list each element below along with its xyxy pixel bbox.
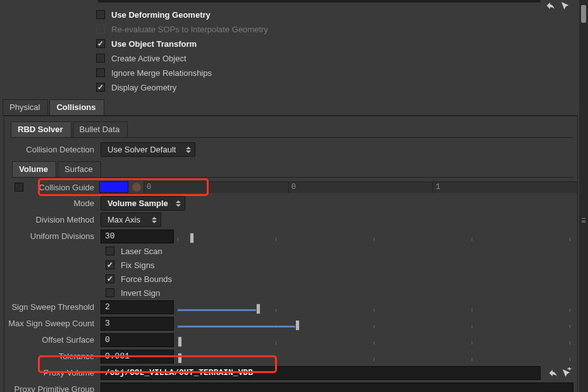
offset-surface-slider[interactable]	[178, 333, 570, 347]
sop-path-input[interactable]	[98, 0, 541, 3]
slider-thumb[interactable]	[178, 336, 182, 347]
checkbox-icon[interactable]	[106, 274, 114, 283]
checkbox-icon[interactable]	[96, 83, 105, 92]
checkbox-icon[interactable]	[96, 39, 105, 48]
check-label: Use Object Transform	[111, 39, 197, 49]
division-method-label: Division Method	[4, 215, 101, 224]
checkbox-icon[interactable]	[96, 54, 105, 63]
tabs-main: Physical Collisions	[3, 99, 578, 116]
uniform-divisions-input[interactable]	[101, 230, 174, 243]
check-invert-sign[interactable]: Invert Sign	[106, 287, 577, 298]
slider-thumb[interactable]	[295, 320, 300, 331]
select-value: Max Axis	[107, 215, 140, 224]
tab-volume[interactable]: Volume	[12, 161, 56, 177]
check-label: Use Deforming Geometry	[111, 10, 211, 20]
mode-label: Mode	[4, 199, 101, 208]
check-use-object-transform[interactable]: Use Object Transform	[96, 38, 588, 49]
checkbox-icon[interactable]	[96, 10, 105, 19]
geometry-options: Use Deforming Geometry Re-evaluate SOPs …	[96, 9, 588, 93]
proxy-prim-group-label: Proxy Primitive Group	[4, 384, 101, 392]
select-value: Use Solver Default	[107, 145, 176, 154]
proxy-volume-input[interactable]	[101, 366, 541, 380]
collision-guide-row: Collision Guide 0 0 1	[4, 180, 577, 194]
jump-back-icon[interactable]	[547, 367, 558, 379]
max-sign-sweep-count-label: Max Sign Sweep Count	[4, 319, 101, 328]
collision-guide-label: Collision Guide	[23, 183, 98, 192]
vertical-scrollbar[interactable]	[579, 0, 588, 392]
checkbox-icon[interactable]	[96, 68, 105, 77]
channel-g[interactable]: 0	[288, 182, 433, 193]
check-label: Invert Sign	[121, 288, 160, 298]
collision-detection-label: Collision Detection	[4, 145, 101, 154]
check-laser-scan[interactable]: Laser Scan	[106, 245, 577, 257]
check-label: Laser Scan	[121, 247, 162, 256]
check-use-deforming-geometry[interactable]: Use Deforming Geometry	[96, 9, 588, 20]
checkbox-icon[interactable]	[106, 260, 114, 269]
check-label: Create Active Object	[111, 54, 187, 63]
color-picker-icon[interactable]	[132, 183, 141, 192]
operator-chooser-icon[interactable]	[561, 367, 572, 379]
uniform-divisions-slider[interactable]	[178, 230, 570, 243]
sign-sweep-threshold-slider[interactable]	[178, 300, 570, 314]
check-label: Ignore Merge Relationships	[111, 68, 212, 78]
sign-sweep-threshold-label: Sign Sweep Threshold	[4, 302, 101, 312]
tab-bullet-data[interactable]: Bullet Data	[73, 121, 128, 137]
collision-guide-color[interactable]	[99, 181, 128, 193]
slider-thumb[interactable]	[178, 353, 182, 364]
checkbox-icon	[96, 25, 105, 34]
svg-rect-1	[569, 367, 570, 371]
check-display-geometry[interactable]: Display Geometry	[96, 82, 588, 93]
division-method-select[interactable]: Max Axis	[101, 212, 161, 227]
tab-collisions[interactable]: Collisions	[49, 99, 104, 115]
tabs-volume-surface: Volume Surface	[12, 161, 573, 178]
uniform-divisions-label: Uniform Divisions	[4, 231, 101, 241]
check-fix-signs[interactable]: Fix Signs	[106, 259, 577, 271]
check-create-active-object[interactable]: Create Active Object	[96, 52, 588, 64]
max-sign-sweep-count-slider[interactable]	[178, 317, 570, 331]
slider-thumb[interactable]	[256, 303, 260, 314]
check-label: Force Bounds	[121, 274, 172, 284]
tab-surface[interactable]: Surface	[58, 161, 101, 177]
collision-detection-select[interactable]: Use Solver Default	[101, 142, 195, 157]
check-label: Fix Signs	[121, 260, 154, 270]
offset-surface-label: Offset Surface	[4, 335, 101, 345]
checkbox-icon[interactable]	[106, 288, 114, 297]
dropdown-spinner-icon	[185, 145, 192, 155]
tabs-solver: RBD Solver Bullet Data	[11, 121, 573, 138]
collisions-panel: RBD Solver Bullet Data Collision Detecti…	[4, 116, 578, 392]
guide-color-channels: 0 0 1	[144, 181, 577, 193]
proxy-volume-label: Proxy Volume	[4, 368, 101, 377]
mode-select[interactable]: Volume Sample	[101, 196, 185, 211]
offset-surface-input[interactable]	[101, 333, 174, 347]
path-row	[0, 0, 588, 5]
select-value: Volume Sample	[107, 199, 168, 208]
check-reevaluate-sops: Re-evaluate SOPs to Interpolate Geometry	[96, 23, 588, 35]
check-label: Re-evaluate SOPs to Interpolate Geometry	[111, 25, 268, 34]
max-sign-sweep-count-input[interactable]	[101, 317, 174, 331]
channel-r[interactable]: 0	[144, 182, 288, 193]
sign-sweep-threshold-input[interactable]	[101, 300, 174, 314]
tolerance-slider[interactable]	[178, 350, 570, 364]
slider-thumb[interactable]	[190, 233, 194, 243]
check-label: Display Geometry	[111, 83, 176, 92]
tab-physical[interactable]: Physical	[3, 99, 48, 115]
scrollbar-thumb[interactable]	[581, 5, 586, 23]
channel-b[interactable]: 1	[432, 182, 577, 193]
dropdown-spinner-icon	[175, 199, 182, 209]
proxy-prim-group-input[interactable]	[101, 383, 573, 393]
check-force-bounds[interactable]: Force Bounds	[106, 273, 577, 285]
scrollbar-grip-icon	[582, 218, 585, 223]
tolerance-label: Tolerance	[4, 352, 101, 361]
tab-rbd-solver[interactable]: RBD Solver	[11, 121, 71, 137]
tolerance-input[interactable]	[101, 350, 174, 364]
checkbox-icon[interactable]	[106, 247, 114, 255]
dropdown-spinner-icon	[150, 215, 158, 225]
check-ignore-merge-relationships[interactable]: Ignore Merge Relationships	[96, 67, 588, 78]
collision-guide-checkbox[interactable]	[15, 183, 23, 192]
